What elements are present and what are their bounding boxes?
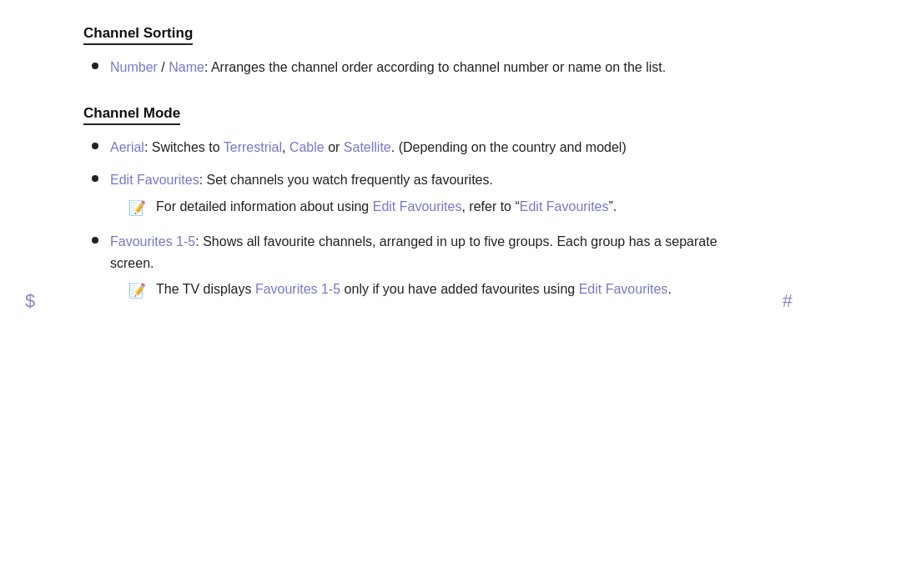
- channel-mode-list: Aerial: Switches to Terrestrial, Cable o…: [92, 137, 751, 303]
- note-icon-fav15: 📝: [128, 279, 146, 302]
- note-block: 📝 For detailed information about using E…: [128, 196, 751, 219]
- note-content-fav15: The TV displays Favourites 1-5 only if y…: [156, 279, 751, 300]
- note-link-fav15-1: Favourites 1-5: [255, 282, 340, 296]
- note-text-middle: , refer to “: [461, 199, 519, 214]
- bullet-dot: [92, 237, 98, 244]
- edit-fav-text1: : Set channels you watch frequently as f…: [199, 173, 493, 187]
- link-edit-favourites: Edit Favourites: [110, 173, 199, 187]
- side-marker-left: $: [25, 290, 35, 312]
- link-aerial: Aerial: [110, 140, 144, 154]
- note-icon: 📝: [128, 197, 146, 219]
- list-item: Aerial: Switches to Terrestrial, Cable o…: [92, 137, 751, 158]
- aerial-text4: . (Depending on the country and model): [391, 140, 627, 154]
- section-title-channel-mode: Channel Mode: [83, 105, 180, 125]
- link-satellite: Satellite: [344, 140, 391, 154]
- section-title-channel-sorting: Channel Sorting: [83, 25, 193, 45]
- side-marker-right: #: [783, 290, 793, 312]
- link-name: Name: [169, 60, 204, 74]
- note-link-edit-fav-1: Edit Favourites: [373, 199, 462, 214]
- aerial-item-content: Aerial: Switches to Terrestrial, Cable o…: [110, 137, 751, 158]
- list-item: Favourites 1-5: Shows all favourite chan…: [92, 231, 751, 302]
- list-item: Edit Favourites: Set channels you watch …: [92, 169, 751, 219]
- link-number: Number: [110, 60, 158, 74]
- sorting-text: : Arranges the channel order according t…: [204, 60, 666, 74]
- fav15-note-before: The TV displays: [156, 282, 255, 296]
- list-item: Number / Name: Arranges the channel orde…: [92, 57, 751, 78]
- bullet-dot: [92, 175, 98, 182]
- edit-favourites-item-content: Edit Favourites: Set channels you watch …: [110, 169, 751, 219]
- fav15-note-after: .: [667, 282, 671, 296]
- page-container: $ # Channel Sorting Number / Name: Arran…: [0, 0, 818, 347]
- section-channel-mode: Channel Mode Aerial: Switches to Terrest…: [83, 97, 751, 303]
- aerial-text1: : Switches to: [144, 140, 224, 154]
- link-terrestrial: Terrestrial: [224, 140, 282, 154]
- separator: /: [158, 60, 169, 74]
- note-link-edit-fav-2: Edit Favourites: [520, 199, 609, 214]
- link-cable: Cable: [289, 140, 325, 154]
- sorting-item-content: Number / Name: Arranges the channel orde…: [110, 57, 751, 78]
- channel-sorting-list: Number / Name: Arranges the channel orde…: [92, 57, 751, 78]
- section-channel-sorting: Channel Sorting Number / Name: Arranges …: [83, 17, 751, 78]
- aerial-text2: ,: [282, 140, 289, 154]
- note-block-fav15: 📝 The TV displays Favourites 1-5 only if…: [128, 279, 751, 302]
- note-link-fav15-edit: Edit Favourites: [579, 282, 668, 296]
- aerial-text3: or: [325, 140, 344, 154]
- link-favourites-15: Favourites 1-5: [110, 234, 195, 249]
- bullet-dot: [92, 63, 98, 69]
- bullet-dot: [92, 143, 98, 149]
- fav15-note-middle: only if you have added favourites using: [340, 282, 579, 296]
- note-text-before: For detailed information about using: [156, 199, 373, 214]
- note-text-after: ”.: [609, 199, 617, 214]
- favourites-15-item-content: Favourites 1-5: Shows all favourite chan…: [110, 231, 751, 302]
- fav15-text1: : Shows all favourite channels, arranged…: [110, 234, 717, 270]
- note-content: For detailed information about using Edi…: [156, 196, 751, 218]
